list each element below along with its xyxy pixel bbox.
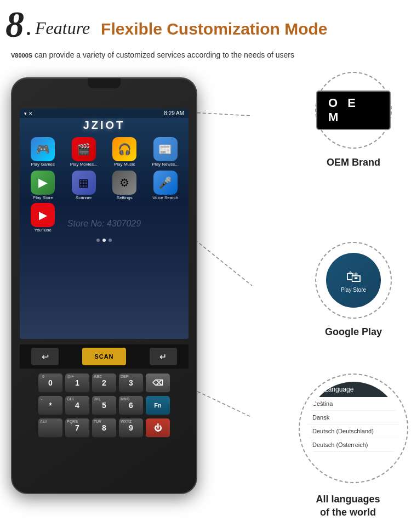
phone-screen: ▾ ✕ 8:29 AM JZIOT 🎮 Play Games 🎬 Play Mo… [20,109,189,339]
key-2-sub: ABC [94,375,102,378]
music-label: Play Music [114,162,135,167]
key-5-num: 5 [102,401,106,410]
app-playstore: ▶ Play Store [24,171,62,201]
youtube-label: YouTube [35,228,52,233]
home-dots [20,239,189,242]
app-scanner: ▦ Scanner [65,171,103,201]
svg-line-1 [191,236,252,286]
scan-button[interactable]: SCAN [82,348,126,365]
key-6[interactable]: MNO 6 [119,396,143,416]
section-title: Flexible Customization Mode [101,20,327,43]
page-header: 8 . Feature Flexible Customization Mode [0,0,411,46]
key-4[interactable]: GHI 4 [65,396,89,416]
enter-button[interactable]: ↵ [150,348,177,365]
key-1-sub: @/+ [67,375,74,378]
app-grid-row2: ▶ Play Store ▦ Scanner ⚙ Settings 🎤 Voic… [20,171,189,203]
language-item-4[interactable]: Deutsch (Österreich) [307,438,400,452]
key-backspace[interactable]: ⌫ [146,373,170,393]
section-dot: . [25,13,32,43]
playstore-label: Play Store [33,196,53,201]
games-icon: 🎮 [31,137,55,161]
scanner-icon: ▦ [72,171,96,195]
back-button[interactable]: ↩ [31,348,59,365]
store-watermark: Store No: 4307029 [67,219,141,229]
section-feature: Feature [35,18,90,43]
oem-label: OEM Brand [315,157,392,168]
key-hash[interactable]: As# [38,418,62,438]
key-0[interactable]: _0 0 [38,373,62,393]
key-1-num: 1 [75,378,79,387]
backspace-icon: ⌫ [152,378,163,387]
key-9-sub: WXYZ [121,420,132,423]
youtube-icon: ▶ [31,203,55,227]
key-0-sub: _0 [40,375,44,378]
power-icon: ⏻ [154,423,162,432]
phone-nav-bar: ↩ SCAN ↵ [20,344,189,369]
key-9[interactable]: WXYZ 9 [119,418,143,438]
language-panel: ← Language Čeština Dansk Deutsch (Deutsc… [307,382,400,475]
key-star-sub: ·- [40,397,42,401]
key-4-num: 4 [75,401,79,410]
dot-1 [96,239,100,242]
app-movies: 🎬 Play Movies... [65,137,103,167]
voice-icon: 🎤 [153,171,178,195]
key-star[interactable]: ·- * [38,396,62,416]
key-5[interactable]: JKL 5 [92,396,116,416]
phone-top-bump [88,78,121,88]
app-youtube: ▶ YouTube [24,203,62,233]
key-8-num: 8 [102,423,106,432]
oem-badge: O E M [316,90,391,130]
settings-icon: ⚙ [112,171,136,195]
features-panel: O E M OEM Brand 🛍 Play Store Google Play… [249,66,403,505]
key-3-sub: DEF [121,375,128,378]
music-icon: 🎧 [112,137,136,161]
description-text: V8000S can provide a variety of customiz… [0,46,411,66]
movies-icon: 🎬 [72,137,96,161]
key-7-num: 7 [75,423,79,432]
key-fn[interactable]: Fn [146,396,170,416]
app-music: 🎧 Play Music [106,137,144,167]
status-time: 8:29 AM [164,110,184,116]
key-3[interactable]: DEF 3 [119,373,143,393]
games-label: Play Games [31,162,55,167]
status-bar: ▾ ✕ 8:29 AM [20,109,189,118]
key-2[interactable]: ABC 2 [92,373,116,393]
language-item-2[interactable]: Dansk [307,411,400,425]
language-back-icon: ← [312,385,320,394]
language-title: Language [324,386,353,393]
settings-label: Settings [117,196,133,201]
key-power[interactable]: ⏻ [146,418,170,438]
language-item-1[interactable]: Čeština [307,397,400,411]
news-icon: 📰 [153,137,178,161]
key-3-num: 3 [129,378,133,387]
key-8[interactable]: TUV 8 [92,418,116,438]
language-circle: ← Language Čeština Dansk Deutsch (Deutsc… [299,373,408,483]
key-5-sub: JKL [94,397,101,401]
key-1[interactable]: @/+ 1 [65,373,89,393]
play-circle: 🛍 Play Store [315,242,392,319]
key-row-2: ·- * GHI 4 JKL 5 MNO 6 [18,396,191,416]
key-row-3: As# PQRS 7 TUV 8 WXYZ 9 ⏻ [18,418,191,438]
language-item-3[interactable]: Deutsch (Deutschland) [307,425,400,438]
app-voice: 🎤 Voice Search [147,171,185,201]
key-7[interactable]: PQRS 7 [65,418,89,438]
app-games: 🎮 Play Games [24,137,62,167]
phone-brand-text: JZIOT [20,119,189,132]
key-star-num: * [49,401,52,410]
key-4-sub: GHI [67,397,73,401]
scanner-label: Scanner [76,196,92,201]
status-signal: ▾ ✕ [24,111,33,116]
key-2-num: 2 [102,378,106,387]
app-grid-row1: 🎮 Play Games 🎬 Play Movies... 🎧 Play Mus… [20,134,189,171]
oem-circle: O E M [315,72,392,149]
section-number: 8 [5,5,24,43]
fn-label: Fn [154,402,161,409]
key-row-1: _0 0 @/+ 1 ABC 2 DEF 3 [18,373,191,393]
movies-label: Play Movies... [70,162,98,167]
language-header: ← Language [307,382,400,397]
key-0-num: 0 [48,378,53,387]
brand-name: V8000S [11,52,32,59]
play-store-icon: 🛍 [346,268,361,286]
play-store-label: Play Store [341,287,366,293]
key-6-sub: MNO [121,397,129,401]
